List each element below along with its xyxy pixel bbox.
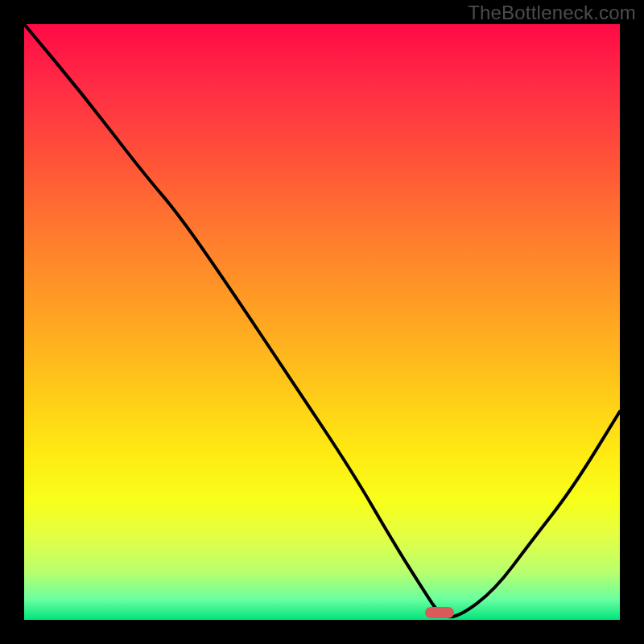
line-chart bbox=[24, 24, 620, 620]
bottleneck-curve-path bbox=[24, 24, 620, 617]
chart-frame: TheBottleneck.com bbox=[0, 0, 644, 644]
optimum-marker bbox=[425, 607, 454, 618]
attribution-label: TheBottleneck.com bbox=[468, 2, 636, 24]
plot-area bbox=[24, 24, 620, 620]
